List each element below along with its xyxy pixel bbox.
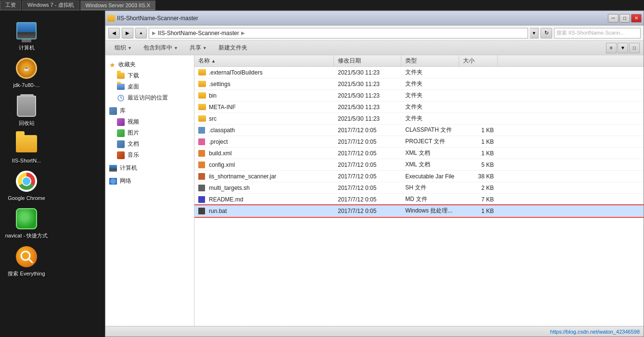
table-row[interactable]: .classpath 2017/7/12 0:05 CLASSPATH 文件 1…: [194, 125, 644, 136]
col-name-header[interactable]: 名称 ▲: [194, 55, 334, 66]
table-row[interactable]: multi_targets.sh 2017/7/12 0:05 SH 文件 2 …: [194, 182, 644, 194]
nav-music[interactable]: 音乐: [105, 150, 194, 161]
file-type: Executable Jar File: [401, 173, 459, 180]
network-section: 网络: [105, 175, 194, 187]
up-button[interactable]: ▲: [135, 28, 147, 38]
nav-computer[interactable]: 计算机: [105, 162, 194, 174]
table-row[interactable]: META-INF 2021/5/30 11:23 文件夹: [194, 101, 644, 113]
path-arrow: ▶: [152, 30, 156, 36]
window-title: IIS-ShortName-Scanner-master: [117, 15, 198, 22]
desktop-icon-everything[interactable]: 搜索 Everything: [5, 245, 48, 277]
taskbar-item-2[interactable]: Windows 7 - 虚拟机: [22, 0, 79, 10]
refresh-button[interactable]: ↻: [541, 28, 552, 38]
new-folder-button[interactable]: 新建文件夹: [213, 42, 253, 54]
col-size-header[interactable]: 大小: [459, 55, 498, 66]
col-date-header[interactable]: 修改日期: [334, 55, 401, 66]
table-row[interactable]: config.xml 2017/7/12 0:05 XML 文档 5 KB: [194, 159, 644, 171]
file-name: run.bat: [194, 208, 334, 214]
file-size: 5 KB: [459, 162, 498, 168]
sort-arrow: ▲: [211, 59, 216, 63]
table-row[interactable]: run.bat 2017/7/12 0:05 Windows 批处理... 1 …: [194, 205, 644, 217]
table-row[interactable]: .project 2017/7/12 0:05 PROJECT 文件 1 KB: [194, 136, 644, 148]
file-rows-container: .externalToolBuilders 2021/5/30 11:23 文件…: [194, 67, 644, 217]
nav-pictures[interactable]: 图片: [105, 127, 194, 138]
share-button[interactable]: 共享 ▼: [184, 42, 212, 54]
file-date: 2021/5/30 11:23: [334, 81, 401, 87]
picture-icon: [117, 129, 125, 137]
nav-downloads[interactable]: 下载: [105, 70, 194, 81]
desktop-icon-iis[interactable]: IIS-ShortN...: [5, 132, 48, 164]
desktop-icon-recycle[interactable]: 回收站: [5, 95, 48, 126]
file-type-icon: [198, 173, 206, 180]
taskbar-item-3[interactable]: Windows Server 2003 IIS.X: [80, 0, 156, 10]
close-button[interactable]: ✕: [631, 14, 642, 23]
file-type: XML 文档: [401, 161, 459, 169]
star-icon: ★: [109, 61, 116, 69]
iis-folder-label: IIS-ShortN...: [12, 157, 41, 164]
minimize-button[interactable]: ─: [608, 14, 618, 23]
folder-icon: [117, 83, 125, 91]
file-size: 2 KB: [459, 185, 498, 191]
address-dropdown[interactable]: ▼: [530, 28, 539, 38]
view-dropdown-button[interactable]: ▼: [618, 43, 628, 53]
search-box[interactable]: 搜索 IIS-ShortName-Scann...: [554, 28, 641, 38]
nav-favorites-header[interactable]: ★ 收藏夹: [105, 59, 194, 70]
desktop-icon-jdk[interactable]: ☕ jdk-7u80-...: [5, 57, 48, 88]
nav-video[interactable]: 视频: [105, 116, 194, 127]
recycle-icon-label: 回收站: [19, 120, 35, 126]
search-placeholder: 搜索 IIS-ShortName-Scann...: [556, 29, 625, 37]
address-path[interactable]: ▶ IIS-ShortName-Scanner-master ▶: [149, 28, 528, 38]
details-pane-button[interactable]: □: [629, 43, 640, 53]
path-arrow-end: ▶: [241, 30, 245, 36]
computer-nav-icon: [109, 164, 117, 172]
table-row[interactable]: README.md 2017/7/12 0:05 MD 文件 7 KB: [194, 194, 644, 205]
nav-library-header[interactable]: 库: [105, 105, 194, 116]
table-row[interactable]: src 2021/5/30 11:23 文件夹: [194, 113, 644, 125]
file-date: 2017/7/12 0:05: [334, 150, 401, 157]
file-type: XML 文档: [401, 149, 459, 157]
desktop-icon-navicat[interactable]: navicat - 快捷方式: [5, 207, 48, 239]
navicat-icon-label: navicat - 快捷方式: [5, 232, 48, 239]
organize-button[interactable]: 组织 ▼: [109, 42, 137, 54]
table-row[interactable]: bin 2021/5/30 11:23 文件夹: [194, 90, 644, 101]
jdk-icon: ☕: [15, 57, 38, 80]
file-type: 文件夹: [401, 80, 459, 88]
computer-icon: [15, 19, 38, 42]
file-size: 1 KB: [459, 150, 498, 157]
desktop-icon-chrome[interactable]: Google Chrome: [5, 170, 48, 201]
col-type-header[interactable]: 类型: [401, 55, 459, 66]
everything-icon-label: 搜索 Everything: [8, 270, 45, 277]
desktop-icon-computer[interactable]: 计算机: [5, 19, 48, 51]
nav-documents[interactable]: 文档: [105, 138, 194, 150]
file-date: 2017/7/12 0:05: [334, 208, 401, 214]
table-row[interactable]: iis_shortname_scanner.jar 2017/7/12 0:05…: [194, 171, 644, 182]
back-button[interactable]: ◀: [108, 28, 120, 38]
address-bar: ◀ ▶ ▲ ▶ IIS-ShortName-Scanner-master ▶ ▼…: [105, 25, 644, 41]
file-type-icon: [198, 185, 206, 191]
file-type: 文件夹: [401, 103, 459, 111]
include-library-button[interactable]: 包含到库中 ▼: [138, 42, 183, 54]
taskbar-item-1[interactable]: 工资: [0, 0, 21, 10]
nav-desktop[interactable]: 桌面: [105, 81, 194, 92]
window-controls: ─ □ ✕: [608, 14, 642, 23]
file-date: 2017/7/12 0:05: [334, 196, 401, 203]
file-date: 2017/7/12 0:05: [334, 185, 401, 191]
nav-network[interactable]: 网络: [105, 175, 194, 187]
nav-recent[interactable]: 最近访问的位置: [105, 92, 194, 103]
file-date: 2017/7/12 0:05: [334, 127, 401, 134]
maximize-button[interactable]: □: [619, 14, 630, 23]
computer-section: 计算机: [105, 162, 194, 174]
file-size: 1 KB: [459, 138, 498, 145]
table-row[interactable]: .externalToolBuilders 2021/5/30 11:23 文件…: [194, 67, 644, 78]
status-link: https://blog.csdn.net/waton_42346598: [550, 329, 640, 335]
forward-button[interactable]: ▶: [122, 28, 133, 38]
status-bar: https://blog.csdn.net/waton_42346598: [105, 326, 644, 337]
view-list-button[interactable]: ≡: [606, 43, 617, 53]
file-name: iis_shortname_scanner.jar: [194, 173, 334, 180]
file-name: build.xml: [194, 150, 334, 157]
table-row[interactable]: build.xml 2017/7/12 0:05 XML 文档 1 KB: [194, 148, 644, 159]
search-icon: [15, 245, 38, 268]
file-type-icon: [198, 196, 206, 203]
title-folder-icon: [107, 15, 115, 22]
table-row[interactable]: .settings 2021/5/30 11:23 文件夹: [194, 78, 644, 90]
